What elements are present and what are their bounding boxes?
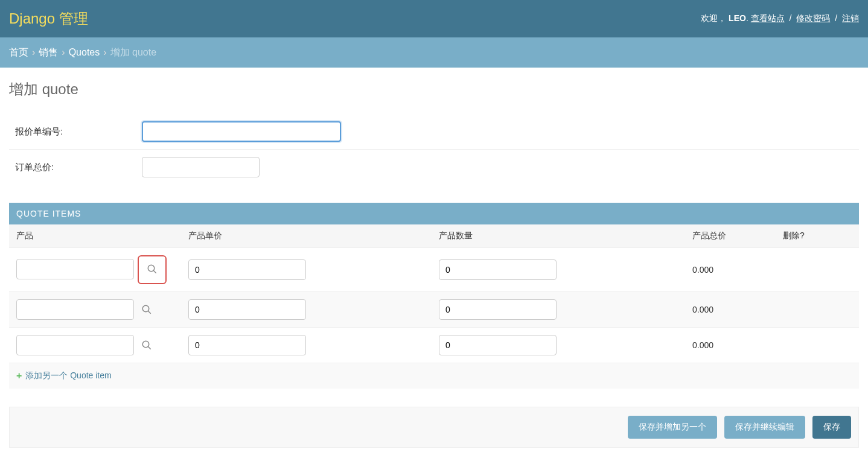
unit-price-input[interactable] [188, 335, 306, 355]
breadcrumb-app[interactable]: 销售 [39, 46, 58, 59]
search-icon [141, 304, 152, 317]
field-row-order-total: 订单总价: [9, 150, 859, 185]
content-area: 增加 quote 报价单编号: 订单总价: QUOTE ITEMS 产品 产品单… [0, 68, 868, 460]
total-value: 0.000 [692, 305, 713, 314]
svg-line-1 [153, 270, 156, 273]
col-header-delete: 删除? [776, 224, 859, 248]
welcome-text: 欢迎， [701, 13, 726, 23]
table-row: 0.000 [9, 292, 859, 328]
order-total-input[interactable] [142, 157, 260, 177]
lookup-button[interactable] [138, 337, 156, 355]
save-button[interactable]: 保存 [812, 416, 851, 439]
svg-point-2 [142, 305, 149, 312]
inline-table: 产品 产品单价 产品数量 产品总价 删除? 0.0000.0000.000 [9, 224, 859, 363]
add-another-label: 添加另一个 Quote item [25, 370, 111, 381]
quote-number-input[interactable] [142, 121, 341, 142]
submit-row: 保存并增加另一个 保存并继续编辑 保存 [9, 407, 859, 448]
search-icon [147, 264, 158, 276]
save-continue-button[interactable]: 保存并继续编辑 [724, 416, 805, 439]
col-header-product: 产品 [9, 224, 181, 248]
col-header-qty: 产品数量 [432, 224, 685, 248]
unit-price-input[interactable] [188, 259, 306, 280]
plus-icon: + [16, 370, 22, 381]
table-row: 0.000 [9, 248, 859, 292]
breadcrumb-current: 增加 quote [110, 46, 156, 59]
product-input[interactable] [16, 335, 134, 355]
username: LEO [729, 13, 746, 23]
save-add-another-button[interactable]: 保存并增加另一个 [628, 416, 717, 439]
breadcrumb-home[interactable]: 首页 [9, 46, 28, 59]
main-form: 报价单编号: 订单总价: [9, 114, 859, 185]
breadcrumb: 首页 › 销售 › Quotes › 增加 quote [0, 37, 868, 68]
qty-input[interactable] [439, 335, 557, 355]
user-tools: 欢迎， LEO. 查看站点 / 修改密码 / 注销 [701, 13, 859, 24]
col-header-unit-price: 产品单价 [181, 224, 432, 248]
field-row-quote-number: 报价单编号: [9, 114, 859, 150]
breadcrumb-model[interactable]: Quotes [69, 47, 100, 58]
lookup-button[interactable] [138, 301, 156, 319]
total-value: 0.000 [692, 265, 713, 275]
inline-quote-items: QUOTE ITEMS 产品 产品单价 产品数量 产品总价 删除? 0.0000… [9, 203, 859, 389]
qty-input[interactable] [439, 259, 557, 280]
svg-line-5 [148, 346, 151, 349]
header: Django 管理 欢迎， LEO. 查看站点 / 修改密码 / 注销 [0, 0, 868, 37]
svg-point-0 [148, 265, 155, 272]
add-row: + 添加另一个 Quote item [9, 363, 859, 389]
logout-link[interactable]: 注销 [842, 13, 859, 23]
lookup-button[interactable] [138, 255, 167, 284]
brand-title: Django 管理 [9, 9, 88, 28]
table-row: 0.000 [9, 328, 859, 363]
order-total-label: 订单总价: [15, 162, 142, 173]
view-site-link[interactable]: 查看站点 [751, 13, 785, 23]
add-another-link[interactable]: + 添加另一个 Quote item [16, 370, 112, 381]
quote-number-label: 报价单编号: [15, 126, 142, 138]
col-header-total: 产品总价 [685, 224, 776, 248]
svg-line-3 [148, 311, 151, 314]
total-value: 0.000 [692, 340, 713, 350]
unit-price-input[interactable] [188, 299, 306, 320]
change-password-link[interactable]: 修改密码 [796, 13, 830, 23]
page-title: 增加 quote [9, 80, 859, 99]
product-input[interactable] [16, 259, 134, 279]
search-icon [141, 340, 152, 352]
svg-point-4 [142, 341, 149, 348]
product-input[interactable] [16, 299, 134, 320]
inline-heading: QUOTE ITEMS [9, 203, 859, 224]
qty-input[interactable] [439, 299, 557, 320]
